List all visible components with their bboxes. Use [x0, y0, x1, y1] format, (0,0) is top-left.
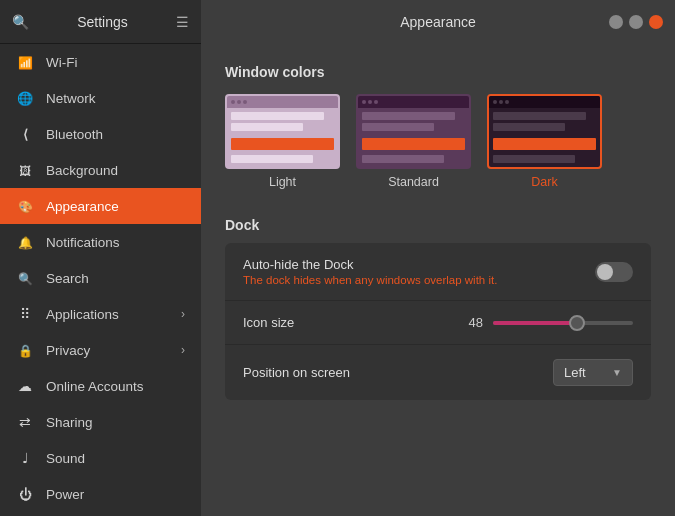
- theme-standard-label: Standard: [388, 175, 439, 189]
- theme-preview-light: [225, 94, 340, 169]
- auto-hide-row: Auto-hide the Dock The dock hides when a…: [225, 243, 651, 301]
- theme-dark[interactable]: Dark: [487, 94, 602, 189]
- sidebar-item-label: Notifications: [46, 235, 185, 250]
- sidebar-item-network[interactable]: Network: [0, 80, 201, 116]
- sidebar-item-label: Sharing: [46, 415, 185, 430]
- search-icon: 🔍: [12, 14, 29, 30]
- theme-light[interactable]: Light: [225, 94, 340, 189]
- sidebar-item-applications[interactable]: Applications ›: [0, 296, 201, 332]
- position-value: Left: [564, 365, 586, 380]
- icon-size-label: Icon size: [243, 315, 461, 330]
- sidebar-item-label: Search: [46, 271, 185, 286]
- position-label: Position on screen: [243, 365, 553, 380]
- sidebar-item-notifications[interactable]: Notifications: [0, 224, 201, 260]
- auto-hide-title: Auto-hide the Dock: [243, 257, 595, 272]
- main-content: Appearance — □ ✕ Window colors: [201, 0, 675, 516]
- network-icon: [16, 90, 34, 106]
- chevron-right-icon: ›: [181, 307, 185, 321]
- close-button[interactable]: ✕: [649, 15, 663, 29]
- appearance-icon: [16, 198, 34, 214]
- sidebar-app-title: Settings: [39, 14, 166, 30]
- window-colors-title: Window colors: [225, 64, 651, 80]
- icon-size-slider-container: [493, 321, 633, 325]
- titlebar: Appearance — □ ✕: [201, 0, 675, 44]
- menu-icon[interactable]: ☰: [176, 14, 189, 30]
- icon-size-value: 48: [461, 315, 483, 330]
- sidebar-item-sharing[interactable]: Sharing: [0, 404, 201, 440]
- sound-icon: [16, 450, 34, 466]
- sidebar-item-label: Wi-Fi: [46, 55, 185, 70]
- auto-hide-subtitle: The dock hides when any windows overlap …: [243, 274, 595, 286]
- sidebar-item-label: Sound: [46, 451, 185, 466]
- sidebar-item-label: Online Accounts: [46, 379, 185, 394]
- sidebar-item-label: Network: [46, 91, 185, 106]
- dock-section: Auto-hide the Dock The dock hides when a…: [225, 243, 651, 400]
- background-icon: [16, 162, 34, 178]
- power-icon: [16, 486, 34, 502]
- sidebar-item-power[interactable]: Power: [0, 476, 201, 512]
- page-title: Appearance: [400, 14, 476, 30]
- theme-standard[interactable]: Standard: [356, 94, 471, 189]
- theme-dark-label: Dark: [531, 175, 557, 189]
- sidebar-item-privacy[interactable]: Privacy ›: [0, 332, 201, 368]
- online-accounts-icon: [16, 378, 34, 394]
- position-row: Position on screen Left ▼: [225, 345, 651, 400]
- sidebar-item-label: Applications: [46, 307, 169, 322]
- slider-thumb[interactable]: [569, 315, 585, 331]
- sidebar-item-label: Bluetooth: [46, 127, 185, 142]
- applications-icon: [16, 306, 34, 322]
- sidebar-item-appearance[interactable]: Appearance: [0, 188, 201, 224]
- auto-hide-toggle[interactable]: [595, 262, 633, 282]
- privacy-icon: [16, 342, 34, 358]
- sidebar-header: 🔍 Settings ☰: [0, 0, 201, 44]
- minimize-button[interactable]: —: [609, 15, 623, 29]
- sidebar-item-label: Power: [46, 487, 185, 502]
- sidebar-item-background[interactable]: Background: [0, 152, 201, 188]
- sidebar-item-wifi[interactable]: Wi-Fi: [0, 44, 201, 80]
- dropdown-arrow-icon: ▼: [612, 367, 622, 378]
- theme-preview-standard: [356, 94, 471, 169]
- sharing-icon: [16, 414, 34, 430]
- theme-light-label: Light: [269, 175, 296, 189]
- sidebar-items-list: Wi-Fi Network Bluetooth Background Appea…: [0, 44, 201, 516]
- wifi-icon: [16, 54, 34, 70]
- sidebar-item-bluetooth[interactable]: Bluetooth: [0, 116, 201, 152]
- sidebar-item-online-accounts[interactable]: Online Accounts: [0, 368, 201, 404]
- sidebar-item-label: Background: [46, 163, 185, 178]
- sidebar-item-search[interactable]: Search: [0, 260, 201, 296]
- maximize-button[interactable]: □: [629, 15, 643, 29]
- slider-fill: [493, 321, 577, 325]
- search-icon: [16, 270, 34, 286]
- dock-section-title: Dock: [225, 217, 651, 233]
- toggle-knob: [597, 264, 613, 280]
- theme-preview-dark: [487, 94, 602, 169]
- sidebar: 🔍 Settings ☰ Wi-Fi Network Bluetooth Bac…: [0, 0, 201, 516]
- sidebar-item-sound[interactable]: Sound: [0, 440, 201, 476]
- chevron-right-icon: ›: [181, 343, 185, 357]
- notifications-icon: [16, 234, 34, 250]
- window-controls: — □ ✕: [609, 15, 663, 29]
- theme-cards: Light Standard: [225, 94, 651, 189]
- icon-size-row: Icon size 48: [225, 301, 651, 345]
- icon-size-slider-track[interactable]: [493, 321, 633, 325]
- sidebar-item-label: Appearance: [46, 199, 185, 214]
- sidebar-item-label: Privacy: [46, 343, 169, 358]
- content-area: Window colors Light: [201, 44, 675, 516]
- bluetooth-icon: [16, 126, 34, 142]
- position-dropdown[interactable]: Left ▼: [553, 359, 633, 386]
